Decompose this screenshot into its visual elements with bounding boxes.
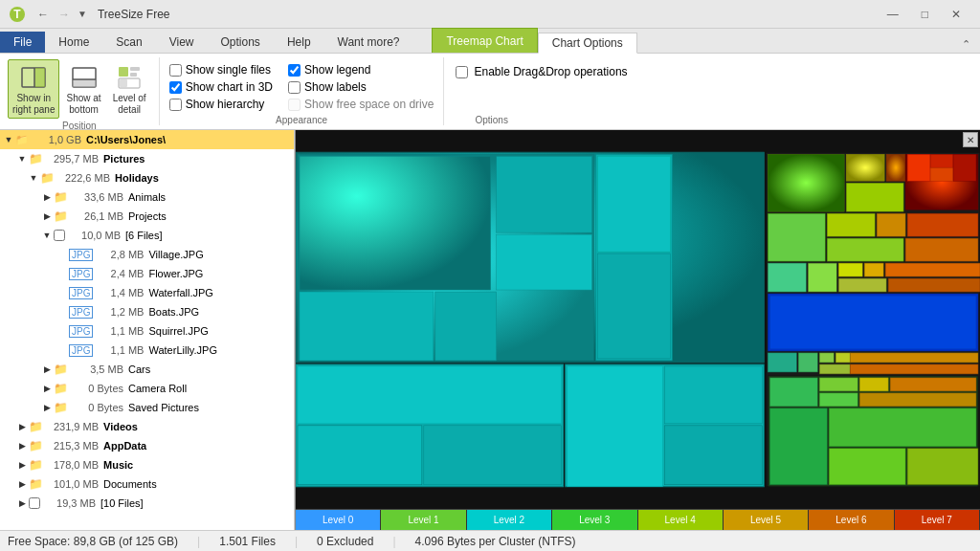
svg-rect-17 xyxy=(497,234,592,290)
svg-rect-48 xyxy=(838,278,886,292)
nav-forward[interactable]: → xyxy=(54,6,75,23)
svg-rect-62 xyxy=(850,364,978,374)
tree-row[interactable]: ▶ 📁 101,0 MB Documents xyxy=(0,474,294,494)
tab-home[interactable]: Home xyxy=(45,32,102,53)
window-minimize[interactable]: ― xyxy=(876,6,910,23)
app-logo: T xyxy=(8,5,27,24)
status-bar: Free Space: 89,8 GB (of 125 GB) | 1.501 … xyxy=(0,530,980,551)
legend-item: Level 2 xyxy=(467,510,552,530)
tab-want-more[interactable]: Want more? xyxy=(324,32,413,53)
tab-options[interactable]: Options xyxy=(208,32,274,53)
svg-rect-67 xyxy=(890,378,976,391)
title-bar: T ← → ▼ TreeSize Free ― □ ✕ xyxy=(0,0,980,29)
status-divider3: | xyxy=(392,535,395,548)
chart-area: ✕ xyxy=(295,130,980,530)
ribbon-appearance-section: Show single files Show chart in 3D Show … xyxy=(160,57,445,125)
level-detail-label: Level ofdetail xyxy=(113,93,146,116)
nav-dropdown[interactable]: ▼ xyxy=(75,7,90,21)
svg-rect-16 xyxy=(497,156,592,232)
legend-item: Level 5 xyxy=(724,510,809,530)
svg-rect-12 xyxy=(120,79,127,87)
svg-rect-71 xyxy=(829,408,976,447)
show-single-files-check[interactable]: Show single files xyxy=(169,63,273,77)
show-hierarchy-check[interactable]: Show hierarchy xyxy=(169,98,273,111)
svg-rect-66 xyxy=(859,378,888,391)
tab-file[interactable]: File xyxy=(0,32,45,53)
treemap-svg xyxy=(296,130,980,509)
svg-rect-54 xyxy=(930,167,953,181)
tree-row[interactable]: JPG 1,1 MB WaterLilly.JPG xyxy=(0,341,294,360)
show-free-space-check[interactable]: Show free space on drive xyxy=(288,98,434,111)
tab-treemap-chart[interactable]: Treemap Chart xyxy=(432,28,537,53)
nav-back[interactable]: ← xyxy=(33,6,54,23)
svg-rect-39 xyxy=(877,213,905,236)
appearance-section-label: Appearance xyxy=(169,113,434,125)
tree-row[interactable]: ▶ 📁 3,5 MB Cars xyxy=(0,360,294,379)
tree-row[interactable]: ▼ 📁 222,6 MB Holidays xyxy=(0,168,294,187)
tree-row[interactable]: ▶ 19,3 MB [10 Files] xyxy=(0,494,294,513)
status-cluster: 4.096 Bytes per Cluster (NTFS) xyxy=(415,535,576,548)
tree-row[interactable]: ▶ 📁 33,6 MB Animals xyxy=(0,187,294,207)
svg-rect-28 xyxy=(568,366,663,487)
tree-row[interactable]: ▶ 📁 26,1 MB Projects xyxy=(0,207,294,226)
show-legend-check[interactable]: Show legend xyxy=(288,63,434,77)
status-divider: | xyxy=(197,535,200,548)
tree-row[interactable]: JPG 1,2 MB Boats.JPG xyxy=(0,302,294,321)
level-detail-button[interactable]: Level ofdetail xyxy=(108,59,151,119)
show-right-pane-button[interactable]: Show inright pane xyxy=(8,59,59,119)
tree-row[interactable]: JPG 2,4 MB Flower.JPG xyxy=(0,264,294,283)
svg-rect-47 xyxy=(885,263,980,276)
svg-rect-42 xyxy=(905,238,978,261)
treemap-visualization[interactable] xyxy=(296,130,980,509)
svg-rect-44 xyxy=(808,263,836,292)
tab-view[interactable]: View xyxy=(156,32,208,53)
svg-rect-10 xyxy=(130,73,137,77)
svg-rect-59 xyxy=(835,353,850,363)
tree-row[interactable]: ▶ 📁 231,9 MB Videos xyxy=(0,417,294,436)
tree-row[interactable]: ▶ 📁 0 Bytes Camera Roll xyxy=(0,379,294,398)
chart-close-button[interactable]: ✕ xyxy=(963,132,978,147)
tab-chart-options[interactable]: Chart Options xyxy=(538,33,637,54)
ribbon-options-section: Enable Drag&Drop operations Options xyxy=(444,57,980,125)
tree-row[interactable]: JPG 2,8 MB Village.JPG xyxy=(0,245,294,264)
tree-row[interactable]: ▼ 10,0 MB [6 Files] xyxy=(0,226,294,245)
svg-rect-49 xyxy=(888,278,980,292)
svg-rect-30 xyxy=(664,426,762,485)
legend-item: Level 1 xyxy=(381,510,466,530)
tree-row[interactable]: ▼ 📁 1,0 GB C:\Users\Jones\ xyxy=(0,130,294,149)
svg-rect-43 xyxy=(768,263,806,292)
tree-row[interactable]: ▶ 📁 215,3 MB AppData xyxy=(0,436,294,455)
svg-rect-22 xyxy=(598,253,671,359)
svg-rect-60 xyxy=(850,353,978,363)
tab-help[interactable]: Help xyxy=(274,32,324,53)
window-maximize[interactable]: □ xyxy=(910,6,940,23)
svg-rect-68 xyxy=(819,393,858,407)
svg-rect-38 xyxy=(827,213,875,236)
legend-item: Level 4 xyxy=(638,510,724,530)
svg-rect-34 xyxy=(886,154,905,181)
svg-rect-37 xyxy=(768,213,825,261)
tree-row[interactable]: JPG 1,4 MB Waterfall.JPG xyxy=(0,283,294,302)
ribbon-position-section: Show inright pane Show atbottom xyxy=(0,57,160,125)
show-labels-check[interactable]: Show labels xyxy=(288,80,434,94)
show-chart-3d-check[interactable]: Show chart in 3D xyxy=(169,80,273,94)
main-content: ▼ 📁 1,0 GB C:\Users\Jones\ ▼ 📁 295,7 MB … xyxy=(0,130,980,530)
svg-rect-6 xyxy=(73,79,96,87)
window-close[interactable]: ✕ xyxy=(940,6,972,23)
svg-rect-26 xyxy=(424,426,562,485)
tree-row[interactable]: JPG 1,1 MB Squirrel.JPG xyxy=(0,321,294,341)
title-text: TreeSize Free xyxy=(98,8,876,21)
legend-item: Level 6 xyxy=(809,510,894,530)
tree-panel: ▼ 📁 1,0 GB C:\Users\Jones\ ▼ 📁 295,7 MB … xyxy=(0,130,295,530)
tree-row[interactable]: ▶ 📁 0 Bytes Saved Pictures xyxy=(0,398,294,417)
tree-scroll-area[interactable]: ▼ 📁 1,0 GB C:\Users\Jones\ ▼ 📁 295,7 MB … xyxy=(0,130,294,530)
show-right-pane-label: Show inright pane xyxy=(12,93,55,116)
tree-row[interactable]: ▶ 📁 178,0 MB Music xyxy=(0,455,294,474)
svg-rect-53 xyxy=(930,154,953,167)
ribbon-collapse[interactable]: ⌃ xyxy=(952,36,980,53)
show-bottom-button[interactable]: Show atbottom xyxy=(61,59,105,119)
svg-rect-29 xyxy=(664,366,762,424)
tree-row[interactable]: ▼ 📁 295,7 MB Pictures xyxy=(0,149,294,168)
tab-scan[interactable]: Scan xyxy=(102,32,155,53)
enable-drag-drop-check[interactable]: Enable Drag&Drop operations xyxy=(456,65,969,78)
